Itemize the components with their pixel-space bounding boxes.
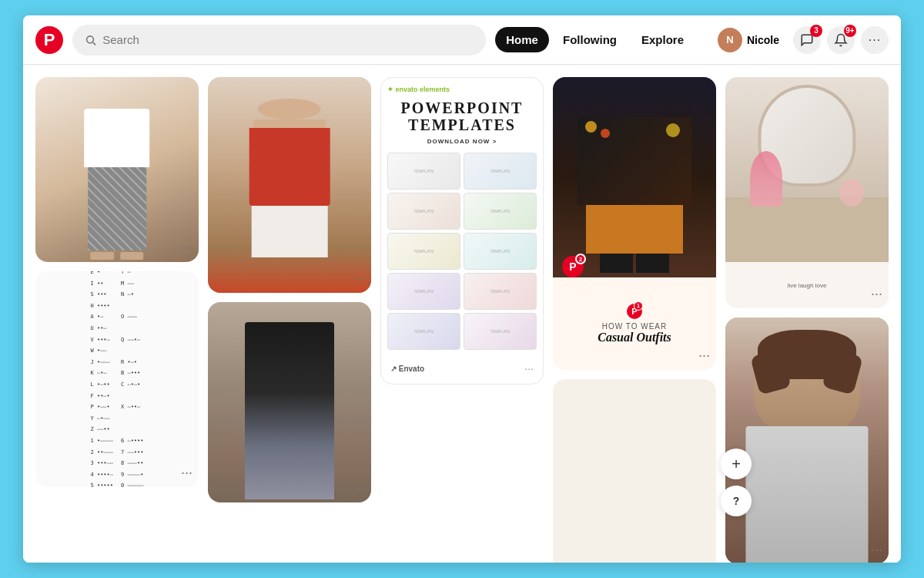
- pin-more-red-top[interactable]: ···: [353, 271, 365, 287]
- notifications-badge: 9+: [844, 25, 856, 37]
- template-grid: TEMPLATE TEMPLATE TEMPLATE TEMPLATE TEMP…: [387, 153, 537, 350]
- messages-btn[interactable]: 3: [793, 26, 821, 54]
- pin-card-portrait[interactable]: ···: [725, 318, 889, 563]
- pin-more-fashion1[interactable]: ···: [181, 240, 192, 256]
- pinterest-logo[interactable]: P: [35, 26, 63, 54]
- pin-casual-text: P 1 HOW TO WEAR Casual Outfits: [553, 277, 716, 370]
- pin-card-vanity[interactable]: live laugh love ···: [725, 77, 889, 308]
- pin-more-street[interactable]: ···: [353, 480, 365, 496]
- floating-btns: + ?: [721, 449, 752, 516]
- pin-image-red-top: [208, 77, 371, 293]
- nav-home[interactable]: Home: [495, 27, 549, 52]
- pin-badge-count: 2: [575, 254, 586, 264]
- template-thumb-3[interactable]: TEMPLATE: [387, 193, 460, 230]
- casual-badge: 1: [634, 301, 643, 311]
- help-btn[interactable]: ?: [721, 486, 752, 516]
- pin-image-street: [208, 302, 371, 502]
- casual-subtitle: Casual Outfits: [598, 331, 671, 344]
- envato-ad-content: ✦ envato elements POWERPOINTTEMPLATES DO…: [381, 78, 543, 384]
- envato-link[interactable]: ↗ Envato: [390, 365, 424, 373]
- pin-card-quote[interactable]: ···: [553, 379, 716, 563]
- pin-card-morse[interactable]: E •T — I ••M —— S •••N —• H •••• A •—O —…: [35, 271, 199, 487]
- template-thumb-4[interactable]: TEMPLATE: [464, 193, 537, 230]
- pin-image-fashion1: [35, 77, 199, 262]
- search-input[interactable]: [102, 33, 474, 46]
- casual-title: HOW TO WEAR: [602, 322, 668, 331]
- envato-title: POWERPOINTTEMPLATES: [387, 99, 537, 133]
- template-thumb-2[interactable]: TEMPLATE: [464, 153, 537, 190]
- pin-card-floral[interactable]: P 2 P 1 HOW TO WEAR Casual Outfits: [553, 77, 716, 370]
- envato-logo-text: ✦ envato elements: [387, 86, 450, 93]
- nav-links: Home Following Explore: [495, 27, 695, 52]
- pin-image-floral: [553, 77, 716, 277]
- more-icon: ···: [869, 33, 881, 47]
- main-content: ··· E •T — I ••M —— S •••N —• H •••• A •…: [23, 65, 901, 563]
- pin-grid-area: ··· E •T — I ••M —— S •••N —• H •••• A •…: [23, 65, 901, 563]
- envato-header: ✦ envato elements: [387, 86, 537, 93]
- pin-image-portrait: [725, 318, 889, 563]
- pin-vanity-footer: live laugh love: [725, 262, 889, 308]
- template-thumb-1[interactable]: TEMPLATE: [387, 153, 460, 190]
- pinterest-logo-casual: P 1: [627, 304, 642, 319]
- pin-more-floral[interactable]: ···: [698, 348, 710, 364]
- template-thumb-7[interactable]: TEMPLATE: [387, 273, 460, 310]
- pin-more-morse[interactable]: ···: [181, 465, 192, 481]
- search-icon: [85, 34, 96, 46]
- pin-more-vanity[interactable]: ···: [871, 286, 882, 302]
- template-thumb-10[interactable]: TEMPLATE: [464, 313, 537, 350]
- more-btn[interactable]: ···: [861, 26, 889, 54]
- template-thumb-9[interactable]: TEMPLATE: [387, 313, 460, 350]
- pin-card-red-top[interactable]: ···: [208, 77, 371, 293]
- avatar: N: [718, 28, 742, 52]
- browser-window: P Home Following Explore N Nicole 3: [23, 15, 901, 563]
- pin-card-fashion1[interactable]: ···: [35, 77, 199, 262]
- pin-card-envato-ad[interactable]: ✦ envato elements POWERPOINTTEMPLATES DO…: [380, 77, 544, 385]
- nav-icons: N Nicole 3 9+ ···: [710, 25, 889, 55]
- nav-following[interactable]: Following: [552, 27, 628, 52]
- add-btn[interactable]: +: [721, 449, 752, 479]
- envato-bottom: ↗ Envato ···: [387, 356, 537, 381]
- nav-explore[interactable]: Explore: [631, 27, 695, 52]
- masonry-grid: ··· E •T — I ••M —— S •••N —• H •••• A •…: [35, 77, 889, 563]
- template-thumb-8[interactable]: TEMPLATE: [464, 273, 537, 310]
- template-thumb-6[interactable]: TEMPLATE: [464, 233, 537, 270]
- search-bar[interactable]: [72, 25, 486, 55]
- navbar: P Home Following Explore N Nicole 3: [23, 15, 901, 65]
- template-thumb-5[interactable]: TEMPLATE: [387, 233, 460, 270]
- pin-image-morse: E •T — I ••M —— S •••N —• H •••• A •—O —…: [35, 271, 199, 487]
- envato-more-icon[interactable]: ···: [524, 362, 534, 375]
- svg-line-1: [93, 42, 95, 45]
- pin-card-street[interactable]: ···: [208, 302, 371, 502]
- pinterest-mini-logo: P 2: [562, 256, 584, 277]
- notifications-btn[interactable]: 9+: [827, 26, 855, 54]
- pin-image-vanity: [725, 77, 889, 262]
- user-name: Nicole: [747, 34, 779, 46]
- pin-image-quote: [553, 379, 716, 563]
- svg-point-0: [87, 35, 94, 42]
- envato-download-btn[interactable]: DOWNLOAD NOW >: [387, 138, 537, 145]
- pin-badge-area: P 2: [562, 256, 584, 277]
- pin-more-portrait[interactable]: ···: [871, 542, 882, 558]
- messages-badge: 3: [810, 25, 822, 37]
- user-avatar-btn[interactable]: N Nicole: [710, 25, 787, 55]
